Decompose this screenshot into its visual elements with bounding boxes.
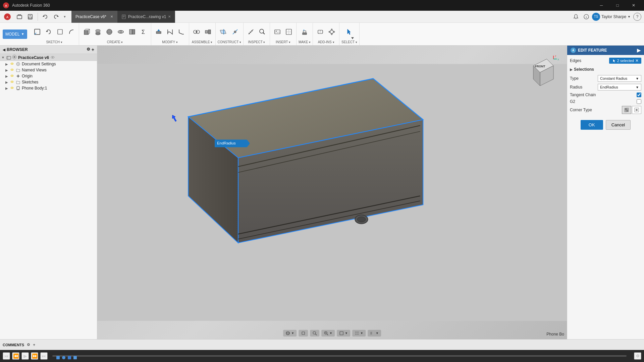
ef-cornertype-btn-1[interactable] — [622, 106, 631, 114]
root-eye[interactable] — [50, 55, 55, 60]
browser-expand[interactable]: + — [92, 47, 94, 52]
cylinder-tool[interactable] — [93, 26, 103, 38]
plane-tool[interactable] — [218, 26, 229, 38]
comments-expand[interactable]: ⚙ — [27, 343, 30, 347]
model-dropdown[interactable]: MODEL ▼ — [3, 29, 27, 39]
chamfer-tool[interactable] — [176, 26, 187, 38]
timeline-op-3[interactable] — [67, 355, 72, 360]
browser-settings[interactable]: ⚙ — [87, 47, 90, 52]
ef-radius-row: Radius EndRadius ▼ — [570, 84, 641, 90]
analysis-tool[interactable] — [257, 26, 268, 38]
sum-tool[interactable]: Σ — [138, 26, 149, 38]
joint-tool[interactable] — [191, 26, 202, 38]
tree-item-docsettings[interactable]: ▶ Document Settings — [0, 61, 97, 67]
root-save-icon — [12, 55, 17, 60]
tree-item-namedviews[interactable]: ▶ Named Views — [0, 67, 97, 73]
help-button[interactable]: ? — [633, 13, 641, 21]
browser-collapse[interactable]: ◀ — [3, 48, 5, 52]
playback-play[interactable]: ▶ — [21, 352, 29, 360]
playback-end[interactable]: ⏭ — [40, 352, 48, 360]
ef-tangentchain-label: Tangent Chain — [570, 93, 597, 97]
svg-point-59 — [330, 30, 333, 34]
timeline-settings[interactable]: ⚙ — [634, 352, 641, 360]
undo-sketch[interactable] — [43, 26, 54, 38]
zoom-dropdown[interactable]: ▼ — [321, 330, 335, 337]
addins-tool[interactable] — [326, 26, 337, 38]
ef-tangentchain-checkbox[interactable] — [637, 93, 641, 97]
app-title: Autodesk Fusion 360 — [12, 3, 594, 8]
save-button[interactable] — [25, 12, 35, 21]
maximize-button[interactable]: □ — [610, 0, 625, 11]
ef-type-select[interactable]: Constant Radius ▼ — [598, 75, 641, 82]
measure-tool[interactable] — [246, 26, 256, 38]
zoom-button[interactable] — [310, 330, 319, 337]
align-tool[interactable] — [203, 26, 213, 38]
orbit-button[interactable]: ▼ — [283, 330, 297, 337]
playback-begin[interactable]: ⏮ — [3, 352, 10, 360]
ef-cancel-button[interactable]: Cancel — [606, 120, 631, 130]
ef-g2-checkbox[interactable] — [637, 99, 641, 104]
line-tool[interactable] — [55, 26, 65, 38]
ef-g2-label: G2 — [570, 99, 597, 104]
tree-item-root[interactable]: ▼ PracticeCase v6 — [0, 54, 97, 61]
undo-button[interactable] — [41, 12, 50, 21]
edit-feature-header: EDIT FEATURE ▶ — [567, 46, 644, 55]
view-mode-button[interactable]: ▼ — [337, 330, 350, 337]
notification-button[interactable] — [571, 12, 581, 21]
comments-label: COMMENTS — [3, 343, 24, 347]
svg-point-28 — [119, 31, 122, 33]
torus-tool[interactable] — [115, 26, 126, 38]
select-tool[interactable] — [344, 26, 355, 38]
playback-prev[interactable]: ⏪ — [12, 352, 19, 360]
grid-button[interactable]: ▼ — [352, 330, 366, 337]
scripts-tool[interactable] — [315, 26, 326, 38]
sphere-tool[interactable] — [104, 26, 115, 38]
axis-tool[interactable] — [230, 26, 240, 38]
tree-item-phonebody[interactable]: ▶ Phone Body:1 — [0, 85, 97, 91]
open-button[interactable] — [15, 12, 24, 21]
timeline-op-4[interactable] — [73, 355, 77, 360]
user-menu[interactable]: TS Taylor Sharpe ▼ — [592, 13, 631, 21]
navigation-cube[interactable]: FRONT Z X — [527, 52, 560, 86]
coil-tool[interactable] — [127, 26, 138, 38]
sketch-tool[interactable] — [32, 26, 43, 38]
playback-next[interactable]: ⏩ — [31, 352, 38, 360]
3dprint-tool[interactable] — [299, 26, 310, 38]
pan-button[interactable] — [299, 330, 308, 337]
svg-marker-64 — [347, 29, 351, 35]
ef-collapse[interactable]: ▶ — [637, 48, 641, 53]
ef-edges-clear[interactable]: ✕ — [635, 58, 639, 63]
minimize-button[interactable]: ─ — [594, 0, 609, 11]
comments-add[interactable]: + — [33, 343, 35, 347]
display-button[interactable]: ▼ — [368, 330, 381, 337]
redo-dropdown[interactable]: ▼ — [62, 12, 67, 21]
svg-marker-65 — [351, 37, 354, 39]
ef-cornertype-btn-2[interactable] — [632, 106, 641, 114]
file-tab-1-close[interactable]: ✕ — [168, 15, 171, 18]
redo-button[interactable] — [51, 12, 61, 21]
root-icons — [6, 55, 11, 60]
close-button[interactable]: ✕ — [626, 0, 641, 11]
inspect-label: INSPECT ▾ — [248, 40, 265, 44]
insert-canvas[interactable] — [283, 26, 294, 38]
timeline-track[interactable] — [52, 355, 627, 357]
timeline-op-1[interactable] — [56, 355, 60, 360]
ef-ok-button[interactable]: OK — [581, 120, 603, 130]
ef-selections-section[interactable]: ▶ Selections — [570, 66, 641, 73]
viewport[interactable]: EndRadius FRONT Z X ▼ — [97, 46, 567, 339]
tree-item-sketches[interactable]: ▶ Sketches — [0, 79, 97, 85]
select-dropdown-arrow[interactable] — [351, 35, 354, 37]
insert-image[interactable] — [272, 26, 283, 38]
file-tab-1[interactable]: PracticeC...rawing v1 ✕ — [117, 11, 175, 23]
svg-marker-8 — [43, 15, 45, 17]
ef-radius-input[interactable]: EndRadius ▼ — [598, 84, 641, 90]
file-tab-0[interactable]: PracticeCase v6* ✕ — [71, 11, 117, 23]
press-pull-tool[interactable] — [153, 26, 164, 38]
box-tool[interactable] — [81, 26, 92, 38]
tree-item-origin[interactable]: ▶ Origin — [0, 73, 97, 79]
fillet-tool[interactable] — [165, 26, 175, 38]
arc-tool[interactable] — [66, 26, 77, 38]
file-tab-0-close[interactable]: ✕ — [110, 15, 113, 18]
timeline-op-2[interactable] — [61, 355, 66, 360]
svg-text:Σ: Σ — [142, 29, 145, 35]
